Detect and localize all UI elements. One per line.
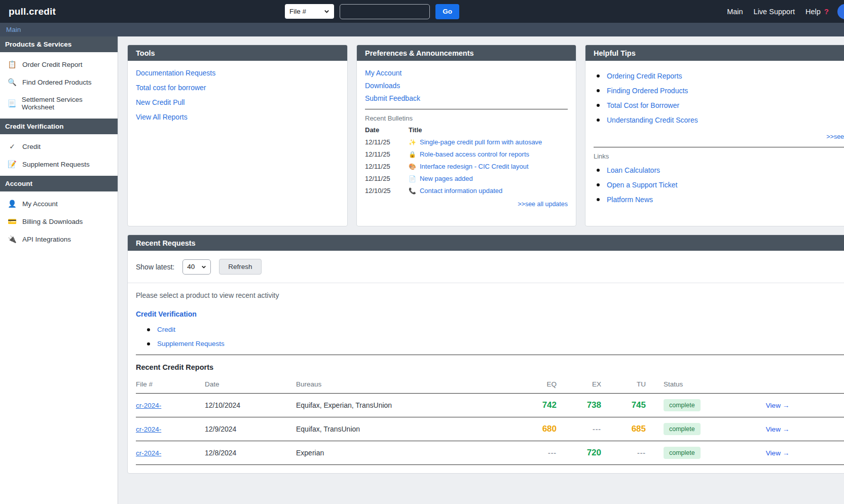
sidebar-item-label: Order Credit Report bbox=[22, 61, 83, 68]
bulletin-row: 12/11/25 ✨ Single-page credit pull form … bbox=[365, 138, 568, 146]
document-icon: 📃 bbox=[7, 99, 17, 107]
bulletin-date: 12/11/25 bbox=[365, 150, 409, 158]
tip-link-finding-ordered-products[interactable]: Finding Ordered Products bbox=[607, 87, 688, 95]
file-number-link[interactable]: cr-2024- bbox=[136, 402, 161, 409]
bulletin-link[interactable]: Single-page credit pull form with autosa… bbox=[420, 138, 542, 146]
col-file: File # bbox=[136, 377, 205, 394]
tools-link-new-credit-pull[interactable]: New Credit Pull bbox=[136, 98, 339, 106]
sidebar-item-billing-downloads[interactable]: 💳 Billing & Downloads bbox=[0, 212, 118, 230]
credit-card-icon: 💳 bbox=[7, 217, 17, 225]
refresh-button[interactable]: Refresh bbox=[219, 259, 261, 275]
nav-live-support-link[interactable]: Live Support bbox=[754, 8, 795, 16]
tip-link-understanding-credit-scores[interactable]: Understanding Credit Scores bbox=[607, 116, 698, 124]
table-row: cr-2024- 12/10/2024 Equifax, Experian, T… bbox=[136, 394, 844, 417]
palette-icon: 🎨 bbox=[409, 163, 416, 170]
report-date: 12/8/2024 bbox=[205, 441, 296, 465]
product-link-credit[interactable]: Credit bbox=[157, 326, 175, 333]
sidebar-item-my-account[interactable]: 👤 My Account bbox=[0, 195, 118, 212]
sidebar-item-order-credit-report[interactable]: 📋 Order Credit Report bbox=[0, 55, 118, 73]
bulletin-link[interactable]: New pages added bbox=[420, 175, 473, 182]
prefs-link-downloads[interactable]: Downloads bbox=[365, 82, 568, 90]
divider bbox=[365, 109, 568, 109]
tip-link-total-cost-for-borrower[interactable]: Total Cost for Borrower bbox=[607, 101, 679, 109]
report-bureaus: Equifax, TransUnion bbox=[296, 417, 458, 441]
sidebar-section-credit-verification: Credit Verification bbox=[0, 119, 118, 134]
nav-main-link[interactable]: Main bbox=[727, 8, 743, 16]
bulletin-row: 12/11/25 🎨 Interface redesign - CIC Cred… bbox=[365, 163, 568, 170]
recent-requests-title: Recent Requests bbox=[128, 235, 844, 251]
col-tu: TU bbox=[601, 377, 646, 394]
file-number-link[interactable]: cr-2024- bbox=[136, 425, 161, 433]
status-badge: complete bbox=[664, 447, 701, 459]
bulletin-link[interactable]: Interface redesign - CIC Credit layout bbox=[420, 163, 529, 170]
bulletin-link[interactable]: Contact information updated bbox=[420, 187, 502, 195]
col-ex: EX bbox=[557, 377, 601, 394]
divider bbox=[594, 147, 844, 147]
app-logo: pull.credit bbox=[9, 6, 56, 17]
bulletin-link[interactable]: Role-based access control for reports bbox=[420, 150, 529, 158]
sidebar-item-label: Billing & Downloads bbox=[22, 218, 83, 225]
links-heading: Links bbox=[594, 152, 844, 160]
sidebar-item-supplement-requests[interactable]: 📝 Supplement Requests bbox=[0, 155, 118, 173]
see-more-link[interactable]: >>see more bbox=[594, 133, 844, 140]
sidebar-item-credit[interactable]: ✓ Credit bbox=[0, 137, 118, 155]
eq-score: --- bbox=[548, 449, 557, 457]
lock-icon: 🔒 bbox=[409, 151, 416, 158]
helpful-tips-panel-title: Helpful Tips bbox=[585, 45, 844, 61]
select-product-prompt: Please select a product to view recent a… bbox=[136, 291, 844, 299]
report-date: 12/10/2024 bbox=[205, 394, 296, 417]
nav-help[interactable]: Help ? bbox=[805, 7, 829, 16]
file-number-link[interactable]: cr-2024- bbox=[136, 449, 161, 457]
view-report-link[interactable]: View → bbox=[766, 449, 789, 457]
sidebar-item-settlement-services-worksheet[interactable]: 📃 Settlement Services Worksheet bbox=[0, 91, 118, 115]
user-avatar[interactable] bbox=[837, 4, 844, 19]
view-report-link[interactable]: View → bbox=[766, 425, 789, 433]
breadcrumb-main-link[interactable]: Main bbox=[6, 26, 21, 33]
bulletin-date: 12/11/25 bbox=[365, 163, 409, 170]
help-question-icon: ? bbox=[824, 7, 829, 16]
tools-link-total-cost-for-borrower[interactable]: Total cost for borrower bbox=[136, 84, 339, 92]
bullet-icon bbox=[147, 342, 150, 345]
link-open-support-ticket[interactable]: Open a Support Ticket bbox=[607, 181, 677, 189]
sidebar-section-products-services: Products & Services bbox=[0, 36, 118, 52]
view-report-link[interactable]: View → bbox=[766, 402, 789, 409]
bulletins-col-date: Date bbox=[365, 126, 409, 134]
product-link-supplement-requests[interactable]: Supplement Requests bbox=[157, 340, 225, 347]
sidebar-item-api-integrations[interactable]: 🔌 API Integrations bbox=[0, 230, 118, 248]
bullet-icon bbox=[597, 89, 600, 92]
link-platform-news[interactable]: Platform News bbox=[607, 196, 653, 204]
person-icon: 👤 bbox=[7, 200, 17, 208]
col-eq: EQ bbox=[458, 377, 557, 394]
show-latest-select[interactable]: 40 bbox=[182, 259, 211, 275]
search-category-select[interactable]: File # bbox=[285, 4, 334, 19]
memo-icon: 📝 bbox=[7, 160, 17, 168]
search-icon: 🔍 bbox=[7, 78, 17, 86]
prefs-link-submit-feedback[interactable]: Submit Feedback bbox=[365, 94, 568, 102]
sidebar: Products & Services 📋 Order Credit Repor… bbox=[0, 36, 118, 504]
tools-panel-title: Tools bbox=[128, 45, 347, 61]
search-input[interactable] bbox=[340, 4, 430, 19]
nav-help-link[interactable]: Help bbox=[805, 8, 821, 16]
chevron-down-icon bbox=[201, 264, 206, 269]
bullet-icon bbox=[147, 328, 150, 331]
link-loan-calculators[interactable]: Loan Calculators bbox=[607, 166, 660, 174]
prefs-link-my-account[interactable]: My Account bbox=[365, 69, 568, 77]
see-all-updates-link[interactable]: >>see all updates bbox=[365, 201, 568, 208]
search-category-value: File # bbox=[289, 8, 306, 15]
plug-icon: 🔌 bbox=[7, 235, 17, 243]
tip-link-ordering-credit-reports[interactable]: Ordering Credit Reports bbox=[607, 72, 682, 80]
credit-verification-group-link[interactable]: Credit Verification bbox=[136, 310, 844, 318]
ex-score: --- bbox=[593, 425, 601, 433]
tools-link-view-all-reports[interactable]: View All Reports bbox=[136, 113, 339, 121]
go-button[interactable]: Go bbox=[435, 4, 459, 19]
top-nav: Main Live Support Help ? bbox=[727, 0, 829, 23]
tools-link-documentation-requests[interactable]: Documentation Requests bbox=[136, 69, 339, 77]
bullet-icon bbox=[597, 119, 600, 122]
col-bureaus: Bureaus bbox=[296, 377, 458, 394]
top-header-bar: pull.credit File # Go Main Live Support … bbox=[0, 0, 844, 23]
tu-score: 685 bbox=[632, 424, 646, 434]
tu-score: 745 bbox=[632, 400, 646, 410]
bulletins-header-row: Date Title bbox=[365, 126, 568, 134]
sidebar-item-find-ordered-products[interactable]: 🔍 Find Ordered Products bbox=[0, 73, 118, 91]
bullet-icon bbox=[597, 198, 600, 201]
